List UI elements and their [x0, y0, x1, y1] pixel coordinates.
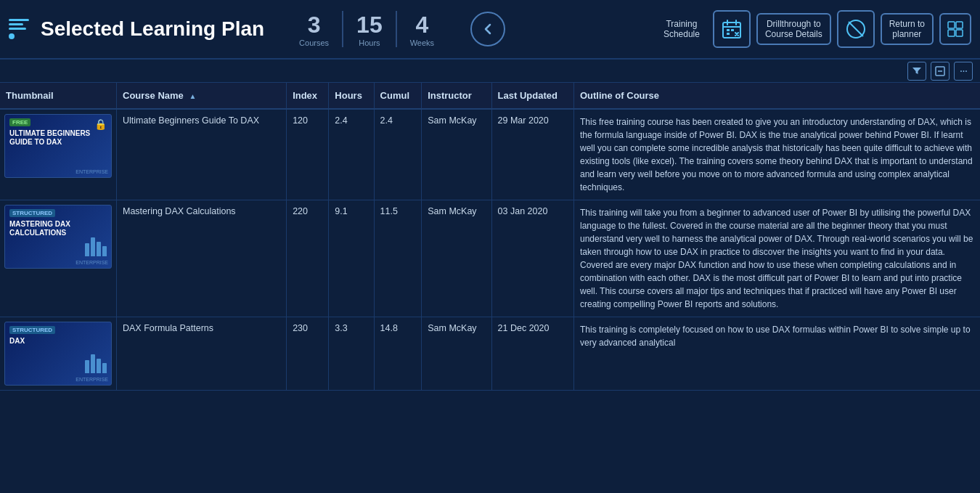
- drillthrough-label: Drillthrough toCourse Details: [765, 19, 822, 40]
- course-name-cell: Ultimate Beginners Guide To DAX: [117, 109, 287, 200]
- weeks-label: Weeks: [410, 38, 434, 47]
- outline-cell: This training is completely focused on h…: [573, 317, 980, 391]
- thumbnail-image: FREEULTIMATE BEGINNERS GUIDE TO DAX🔒ENTE…: [4, 114, 112, 178]
- last-updated-cell: 03 Jan 2020: [491, 200, 573, 317]
- cumul-cell: 2.4: [374, 109, 422, 200]
- hours-cell: 2.4: [329, 109, 374, 200]
- page-title: Selected Learning Plan: [41, 17, 264, 41]
- cumul-cell: 14.8: [374, 317, 422, 391]
- enterprise-label: ENTERPRISE: [75, 169, 108, 174]
- stat-weeks: 4 Weeks: [397, 12, 447, 47]
- index-cell: 220: [287, 200, 329, 317]
- calendar-icon-button[interactable]: [713, 10, 751, 48]
- export-icon-button[interactable]: [931, 62, 950, 81]
- toolbar-row: ···: [0, 60, 980, 83]
- return-to-planner-button[interactable]: Return toplanner: [881, 13, 934, 46]
- header-stats: 3 Courses 15 Hours 4 Weeks: [286, 11, 447, 47]
- header-right-controls: TrainingSchedule Drillthrough toCourse D…: [656, 10, 971, 48]
- courses-value: 3: [308, 12, 321, 38]
- index-cell: 230: [287, 317, 329, 391]
- col-outline: Outline of Course: [573, 83, 980, 109]
- last-updated-cell: 21 Dec 2020: [491, 317, 573, 391]
- thumbnail-title: DAX: [9, 337, 107, 346]
- instructor-cell: Sam McKay: [422, 317, 491, 391]
- col-course-name[interactable]: Course Name ▲: [117, 83, 287, 109]
- circle-slash-icon-button[interactable]: [837, 10, 875, 48]
- enterprise-label: ENTERPRISE: [75, 260, 108, 265]
- table-row[interactable]: STRUCTUREDMASTERING DAX CALCULATIONSENTE…: [0, 200, 980, 317]
- thumbnail-title: MASTERING DAX CALCULATIONS: [9, 220, 107, 237]
- logo-line-2: [9, 23, 23, 25]
- table-header-row: Thumbnail Course Name ▲ Index Hours Cumu…: [0, 83, 980, 109]
- thumbnail-image: STRUCTUREDDAXENTERPRISE: [4, 322, 112, 386]
- weeks-value: 4: [415, 12, 428, 38]
- svg-rect-4: [727, 29, 730, 31]
- col-index: Index: [287, 83, 329, 109]
- hours-cell: 3.3: [329, 317, 374, 391]
- training-schedule-label: TrainingSchedule: [663, 19, 700, 39]
- return-label: Return toplanner: [889, 19, 925, 40]
- outline-cell: This training will take you from a begin…: [573, 200, 980, 317]
- back-button[interactable]: [470, 12, 505, 46]
- col-instructor: Instructor: [422, 83, 491, 109]
- courses-label: Courses: [299, 38, 329, 47]
- hours-cell: 9.1: [329, 200, 374, 317]
- thumbnail-bars-icon: [85, 237, 107, 256]
- course-name-cell: DAX Formula Patterns: [117, 317, 287, 391]
- index-cell: 120: [287, 109, 329, 200]
- thumbnail-cell: STRUCTUREDDAXENTERPRISE: [0, 317, 117, 391]
- cumul-cell: 11.5: [374, 200, 422, 317]
- filter-icon-button[interactable]: [907, 62, 926, 81]
- outline-cell: This free training course has been creat…: [573, 109, 980, 200]
- training-schedule-button[interactable]: TrainingSchedule: [656, 15, 707, 44]
- thumbnail-cell: FREEULTIMATE BEGINNERS GUIDE TO DAX🔒ENTE…: [0, 109, 117, 200]
- col-hours: Hours: [329, 83, 374, 109]
- svg-rect-9: [948, 22, 955, 28]
- more-options-icon-button[interactable]: ···: [954, 62, 973, 81]
- thumbnail-badge: STRUCTURED: [9, 326, 55, 334]
- thumbnail-cell: STRUCTUREDMASTERING DAX CALCULATIONSENTE…: [0, 200, 117, 317]
- logo-line-3: [9, 28, 26, 30]
- table-row[interactable]: FREEULTIMATE BEGINNERS GUIDE TO DAX🔒ENTE…: [0, 109, 980, 200]
- svg-rect-6: [727, 33, 730, 35]
- app-logo: [9, 19, 29, 39]
- thumbnail-image: STRUCTUREDMASTERING DAX CALCULATIONSENTE…: [4, 205, 112, 269]
- svg-rect-11: [948, 30, 955, 36]
- thumbnail-badge: STRUCTURED: [9, 209, 55, 217]
- stat-hours: 15 Hours: [343, 12, 396, 47]
- stat-courses: 3 Courses: [286, 12, 342, 47]
- course-name-cell: Mastering DAX Calculations: [117, 200, 287, 317]
- thumbnail-badge: FREE: [9, 118, 30, 126]
- course-table-container[interactable]: Thumbnail Course Name ▲ Index Hours Cumu…: [0, 83, 980, 493]
- header: Selected Learning Plan 3 Courses 15 Hour…: [0, 0, 980, 60]
- svg-rect-12: [956, 30, 963, 36]
- svg-rect-5: [731, 29, 734, 31]
- thumbnail-lock-icon: 🔒: [94, 118, 107, 130]
- logo-line-1: [9, 19, 29, 21]
- grid-icon-button[interactable]: [939, 13, 971, 45]
- instructor-cell: Sam McKay: [422, 109, 491, 200]
- enterprise-label: ENTERPRISE: [75, 377, 108, 382]
- logo-dot: [9, 33, 15, 39]
- hours-value: 15: [356, 12, 383, 38]
- course-table: Thumbnail Course Name ▲ Index Hours Cumu…: [0, 83, 980, 391]
- table-row[interactable]: STRUCTUREDDAXENTERPRISEDAX Formula Patte…: [0, 317, 980, 391]
- sort-icon-course-name: ▲: [189, 92, 196, 100]
- hours-label: Hours: [359, 38, 380, 47]
- svg-line-8: [849, 22, 863, 36]
- svg-rect-10: [956, 22, 963, 28]
- col-thumbnail: Thumbnail: [0, 83, 117, 109]
- last-updated-cell: 29 Mar 2020: [491, 109, 573, 200]
- col-cumul: Cumul: [374, 83, 422, 109]
- col-last-updated: Last Updated: [491, 83, 573, 109]
- drillthrough-button[interactable]: Drillthrough toCourse Details: [756, 13, 831, 46]
- thumbnail-title: ULTIMATE BEGINNERS GUIDE TO DAX: [9, 129, 107, 147]
- thumbnail-bars-icon: [85, 354, 107, 373]
- instructor-cell: Sam McKay: [422, 200, 491, 317]
